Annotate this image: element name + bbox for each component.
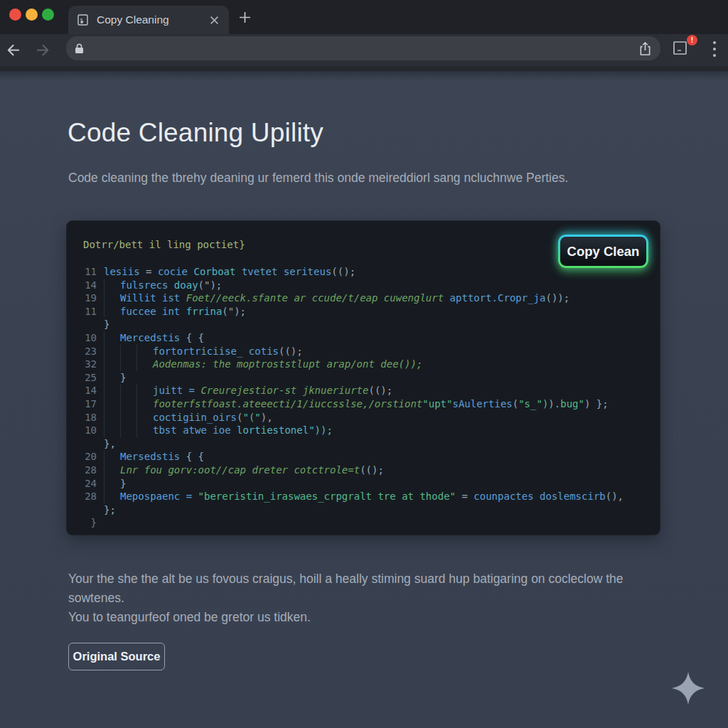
code-text: Lnr fou gorv:oot//cap dreter cotctrole=t… xyxy=(104,464,660,477)
address-bar[interactable] xyxy=(66,36,660,60)
line-number: 17 xyxy=(67,397,104,411)
line-number: 19 xyxy=(67,291,104,305)
code-line: 17footerfstfoast.ateeecti/1/iuccsslse,/o… xyxy=(67,397,660,411)
indent-guide xyxy=(104,411,120,424)
padlock-icon[interactable] xyxy=(75,43,84,54)
code-line: 20Mersedstis { { xyxy=(67,450,660,464)
browser-toolbar: ! xyxy=(0,34,728,71)
indent-guide xyxy=(104,331,120,345)
tab-close-icon[interactable] xyxy=(208,14,220,26)
code-text: }; xyxy=(104,503,660,517)
outro-paragraph-2: You to teangurfeof oned be gretor us tid… xyxy=(68,610,311,625)
code-line: 10tbst atwe ioe lortiestonel")); xyxy=(67,424,660,437)
minimize-window-button[interactable] xyxy=(26,9,38,21)
copy-clean-button[interactable]: Copy Clean xyxy=(560,237,646,266)
indent-guide xyxy=(104,397,120,411)
line-number: 11 xyxy=(67,305,104,318)
tab-favicon document-icon xyxy=(77,14,90,26)
code-line: 28Mepospaenc = "bereristin_iraswaes_crpg… xyxy=(67,490,660,503)
indent-guide xyxy=(120,397,136,411)
indent-guide xyxy=(104,291,120,305)
original-source-button[interactable]: Original Source xyxy=(68,643,165,670)
code-text: Willit ist Foet//eeck.sfante ar ccude/t/… xyxy=(104,291,660,305)
intro-paragraph: Code cleaning the tbrehy deaning ur feme… xyxy=(68,171,568,186)
code-line: 14fulsrecs doay("); xyxy=(67,279,660,292)
line-number: 14 xyxy=(67,384,104,397)
line-number: 10 xyxy=(67,331,104,345)
code-line: 25} xyxy=(67,371,660,385)
indent-guide xyxy=(120,345,136,358)
indent-guide xyxy=(136,424,153,437)
indent-guide xyxy=(136,397,153,411)
forward-button arrow-right-icon[interactable] xyxy=(33,41,51,60)
indent-guide xyxy=(120,424,136,437)
line-number: 18 xyxy=(67,411,104,424)
new-tab-button plus-icon[interactable] xyxy=(237,10,252,24)
traffic-lights xyxy=(9,9,54,21)
line-number: } xyxy=(67,516,104,530)
indent-guide xyxy=(104,464,120,477)
indent-guide xyxy=(120,358,136,371)
line-number: 11 xyxy=(67,265,104,279)
notification-badge: ! xyxy=(687,35,697,46)
code-line: 32Aodenmas: the moptroststlupt arap/ont … xyxy=(67,358,660,371)
line-number: 10 xyxy=(67,424,104,437)
tab-title: Copy Cleaning xyxy=(97,14,200,26)
code-line: 11fuccee int frrina("); xyxy=(67,305,660,318)
line-number: 28 xyxy=(67,464,104,477)
code-line: }; xyxy=(67,503,660,517)
indent-guide xyxy=(104,450,120,464)
code-text: } xyxy=(104,371,660,385)
code-line: 23fortortriciise_ cotis((); xyxy=(67,345,660,358)
code-text: fuccee int frrina("); xyxy=(104,305,660,318)
indent-guide xyxy=(136,345,153,358)
code-text: fulsrecs doay("); xyxy=(104,279,660,292)
code-text: Mersedstis { { xyxy=(104,450,660,464)
browser-tab[interactable]: Copy Cleaning xyxy=(68,6,229,34)
line-number: 20 xyxy=(67,450,104,464)
zoom-window-button[interactable] xyxy=(42,9,54,21)
browser-menu-icon three-dots-icon[interactable] xyxy=(710,40,719,58)
code-line: 24} xyxy=(67,477,660,491)
indent-guide xyxy=(104,305,120,318)
code-text: Aodenmas: the moptroststlupt arap/ont de… xyxy=(104,358,660,371)
code-text: } xyxy=(104,477,660,491)
back-button arrow-left-icon[interactable] xyxy=(4,41,23,60)
browser-titlebar: Copy Cleaning xyxy=(0,0,728,34)
browser-notification-icon[interactable]: ! xyxy=(671,38,692,60)
code-line: 10Mercedstis { { xyxy=(67,331,660,345)
code-line: } xyxy=(67,516,660,530)
line-number xyxy=(67,318,104,331)
code-text: Mepospaenc = "bereristin_iraswaes_crpgra… xyxy=(104,490,660,503)
outro-paragraph-1: Your the she the alt be us fovous craigu… xyxy=(68,569,650,608)
code-line: 19Willit ist Foet//eeck.sfante ar ccude/… xyxy=(67,291,660,305)
share-icon[interactable] xyxy=(638,41,652,56)
indent-guide xyxy=(104,477,120,491)
line-number: 28 xyxy=(67,490,104,503)
indent-guide xyxy=(104,490,120,503)
indent-guide xyxy=(104,279,120,292)
indent-guide xyxy=(104,371,120,385)
code-text: tbst atwe ioe lortiestonel")); xyxy=(104,424,660,437)
indent-guide xyxy=(104,358,120,371)
code-text: juitt = Creurejestior-st jknueriurte((); xyxy=(104,384,660,397)
code-line: 18coctigiin_oirs("("), xyxy=(67,411,660,424)
sparkle-icon xyxy=(671,671,705,705)
code-text: }, xyxy=(104,437,660,451)
line-number xyxy=(67,503,104,517)
indent-guide xyxy=(136,411,153,424)
line-number: 24 xyxy=(67,477,104,491)
line-number: 14 xyxy=(67,279,104,292)
indent-guide xyxy=(104,384,120,397)
close-window-button[interactable] xyxy=(9,9,21,21)
line-number: 32 xyxy=(67,358,104,371)
indent-guide xyxy=(120,384,136,397)
line-number: 25 xyxy=(67,371,104,385)
indent-guide xyxy=(104,424,120,437)
code-text: fortortriciise_ cotis((); xyxy=(104,345,660,358)
line-number: 23 xyxy=(67,345,104,358)
page-title: Code Cleaning Upility xyxy=(68,118,323,148)
code-text xyxy=(104,516,660,530)
indent-guide xyxy=(136,384,153,397)
indent-guide xyxy=(136,358,153,371)
